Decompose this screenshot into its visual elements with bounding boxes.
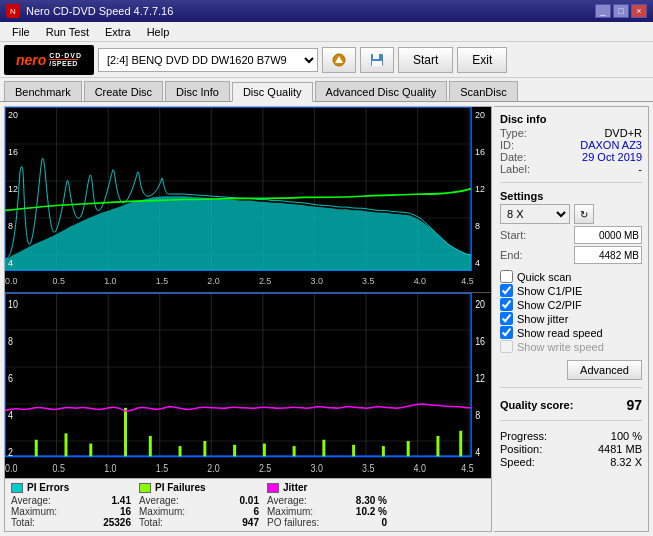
svg-text:4.0: 4.0	[414, 462, 427, 474]
disc-info-section: Disc info Type: DVD+R ID: DAXON AZ3 Date…	[500, 113, 642, 175]
svg-rect-59	[149, 436, 152, 456]
date-value: 29 Oct 2019	[582, 151, 642, 163]
end-label: End:	[500, 249, 523, 261]
menu-file[interactable]: File	[4, 24, 38, 40]
checkboxes-section: Quick scan Show C1/PIE Show C2/PIF Show …	[500, 270, 642, 354]
menu-extra[interactable]: Extra	[97, 24, 139, 40]
close-button[interactable]: ×	[631, 4, 647, 18]
drive-select[interactable]: [2:4] BENQ DVD DD DW1620 B7W9	[98, 48, 318, 72]
date-label: Date:	[500, 151, 526, 163]
pi-max-label: Maximum:	[11, 506, 57, 517]
show-c1-label: Show C1/PIE	[517, 285, 582, 297]
po-failures-value: 0	[347, 517, 387, 528]
minimize-button[interactable]: _	[595, 4, 611, 18]
svg-rect-65	[322, 440, 325, 457]
speed-select[interactable]: 8 X	[500, 204, 570, 224]
svg-text:4: 4	[8, 258, 13, 268]
svg-rect-56	[65, 433, 68, 456]
svg-text:2: 2	[8, 446, 13, 458]
jitter-stats: Jitter Average: 8.30 % Maximum: 10.2 % P…	[267, 482, 387, 528]
pi-failures-label: PI Failures	[155, 482, 206, 493]
pi-failures-legend	[139, 483, 151, 493]
quality-score-row: Quality score: 97	[500, 397, 642, 413]
progress-label: Progress:	[500, 430, 547, 442]
tab-disc-quality[interactable]: Disc Quality	[232, 82, 313, 102]
progress-section: Progress: 100 % Position: 4481 MB Speed:…	[500, 430, 642, 469]
speed-label: Speed:	[500, 456, 535, 468]
svg-rect-67	[382, 446, 385, 456]
end-input[interactable]	[574, 246, 642, 264]
pif-max-value: 6	[219, 506, 259, 517]
tab-create-disc[interactable]: Create Disc	[84, 81, 163, 101]
svg-text:8: 8	[8, 221, 13, 231]
tab-scandisc[interactable]: ScanDisc	[449, 81, 517, 101]
svg-text:12: 12	[8, 184, 18, 194]
quality-score-value: 97	[626, 397, 642, 413]
exit-button[interactable]: Exit	[457, 47, 507, 73]
pif-total-value: 947	[219, 517, 259, 528]
app-title: Nero CD-DVD Speed 4.7.7.16	[26, 5, 173, 17]
pi-errors-legend	[11, 483, 23, 493]
show-read-speed-label: Show read speed	[517, 327, 603, 339]
save-icon	[369, 52, 385, 68]
svg-rect-55	[35, 440, 38, 457]
svg-rect-60	[179, 446, 182, 456]
save-button[interactable]	[360, 47, 394, 73]
eject-button[interactable]	[322, 47, 356, 73]
svg-text:20: 20	[475, 298, 485, 310]
menu-bar: File Run Test Extra Help	[0, 22, 653, 42]
pi-errors-label: PI Errors	[27, 482, 69, 493]
settings-title: Settings	[500, 190, 642, 202]
title-bar: N Nero CD-DVD Speed 4.7.7.16 _ □ ×	[0, 0, 653, 22]
svg-rect-61	[203, 441, 206, 456]
right-panel: Disc info Type: DVD+R ID: DAXON AZ3 Date…	[494, 106, 649, 532]
svg-rect-69	[436, 436, 439, 456]
divider-3	[500, 420, 642, 421]
jitter-legend	[267, 483, 279, 493]
jitter-max-label: Maximum:	[267, 506, 313, 517]
show-write-speed-checkbox[interactable]	[500, 340, 513, 353]
svg-text:4: 4	[475, 446, 480, 458]
menu-run-test[interactable]: Run Test	[38, 24, 97, 40]
speed-row: 8 X ↻	[500, 204, 642, 224]
chart-pif: 10 8 6 4 2 20 16 12 8 4 0.0 0.5 1.0 1.5 …	[5, 293, 491, 478]
refresh-button[interactable]: ↻	[574, 204, 594, 224]
type-label: Type:	[500, 127, 527, 139]
show-jitter-checkbox[interactable]	[500, 312, 513, 325]
svg-text:4: 4	[475, 258, 480, 268]
svg-rect-40	[5, 293, 491, 478]
quick-scan-row: Quick scan	[500, 270, 642, 283]
svg-text:3.0: 3.0	[310, 462, 323, 474]
show-c2-checkbox[interactable]	[500, 298, 513, 311]
svg-text:0.0: 0.0	[5, 276, 17, 286]
window-controls[interactable]: _ □ ×	[595, 4, 647, 18]
position-label: Position:	[500, 443, 542, 455]
svg-text:1.5: 1.5	[156, 462, 169, 474]
svg-text:2.0: 2.0	[207, 462, 220, 474]
tab-disc-info[interactable]: Disc Info	[165, 81, 230, 101]
svg-rect-58	[124, 408, 127, 456]
show-c1-checkbox[interactable]	[500, 284, 513, 297]
divider-1	[500, 182, 642, 183]
type-value: DVD+R	[604, 127, 642, 139]
id-value: DAXON AZ3	[580, 139, 642, 151]
svg-text:0.5: 0.5	[53, 276, 65, 286]
start-input[interactable]	[574, 226, 642, 244]
menu-help[interactable]: Help	[139, 24, 178, 40]
svg-rect-3	[373, 54, 379, 59]
show-jitter-label: Show jitter	[517, 313, 568, 325]
tab-benchmark[interactable]: Benchmark	[4, 81, 82, 101]
maximize-button[interactable]: □	[613, 4, 629, 18]
settings-section: Settings 8 X ↻ Start: End:	[500, 190, 642, 266]
show-read-speed-checkbox[interactable]	[500, 326, 513, 339]
svg-text:8: 8	[8, 335, 13, 347]
advanced-button[interactable]: Advanced	[567, 360, 642, 380]
svg-text:3.5: 3.5	[362, 276, 374, 286]
start-button[interactable]: Start	[398, 47, 453, 73]
charts-area: 20 16 12 8 4 20 16 12 8 4 0.0 0.5 1.0 1.…	[4, 106, 492, 532]
quality-score-label: Quality score:	[500, 399, 573, 411]
start-row: Start:	[500, 226, 642, 244]
quick-scan-checkbox[interactable]	[500, 270, 513, 283]
tab-advanced-disc-quality[interactable]: Advanced Disc Quality	[315, 81, 448, 101]
nero-logo: nero CD·DVD /SPEED	[4, 45, 94, 75]
